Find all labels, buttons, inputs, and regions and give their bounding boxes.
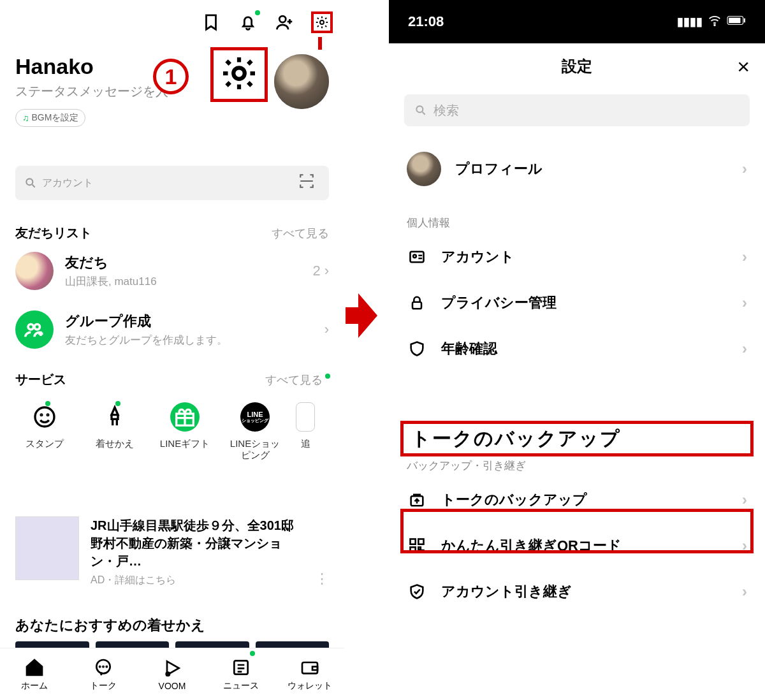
settings-gear-callout [210,47,268,102]
svg-point-1 [320,20,324,24]
ad-block[interactable]: JR山手線目黒駅徒歩９分、全301邸 野村不動産の新築・分譲マンション・戸… A… [15,516,329,587]
status-bar: 21:08 ▮▮▮▮ [389,0,765,43]
service-label: LINEギフト [156,438,214,450]
service-label: スタンプ [15,438,74,450]
settings-account-row[interactable]: アカウント › [389,234,765,280]
brush-icon [100,402,129,432]
service-stamp[interactable]: スタンプ [15,402,74,461]
row-label: 年齢確認 [441,339,497,358]
chat-icon [93,657,113,678]
svg-point-8 [47,414,48,416]
svg-point-0 [279,16,286,22]
settings-profile-row[interactable]: プロフィール › [389,139,765,199]
svg-point-11 [99,666,100,667]
svg-point-13 [106,666,107,667]
service-theme[interactable]: 着せかえ [85,402,144,461]
tab-label: VOOM [159,681,186,691]
line-shopping-icon: LINEショッピング [240,402,270,432]
settings-age-row[interactable]: 年齢確認 › [389,326,765,372]
friends-row[interactable]: 友だち 山田課長, matu116 2› [15,242,329,300]
settings-header: 設定 × [389,43,765,89]
settings-qr-transfer-row[interactable]: かんたん引き継ぎQRコード › [389,523,765,569]
home-icon [24,657,45,678]
friends-count: 2 [312,263,320,279]
close-icon[interactable]: × [737,54,750,79]
service-shopping[interactable]: LINEショッピング LINEショッピング [226,402,284,461]
settings-search-placeholder: 検索 [433,102,459,119]
chevron-right-icon: › [742,248,747,266]
tab-wallet[interactable]: ウォレット [275,648,344,700]
play-icon [162,658,182,678]
friends-section: 友だちリスト すべて見る 友だち 山田課長, matu116 2› グループ作成… [15,224,329,359]
settings-search[interactable]: 検索 [404,94,750,126]
svg-point-5 [34,324,40,330]
tab-label: ニュース [223,680,259,692]
services-see-all[interactable]: すべて見る [265,372,329,388]
row-label: かんたん引き継ぎQRコード [441,536,622,555]
tab-label: ホーム [21,680,48,692]
tab-news[interactable]: ニュース [207,648,275,700]
profile-avatar[interactable] [274,54,329,109]
bgm-badge[interactable]: ♫ BGMを設定 [15,109,85,127]
row-label: プライバシー管理 [441,293,557,312]
service-more[interactable]: 追 [296,402,315,461]
chevron-right-icon: › [742,583,747,601]
home-search[interactable]: アカウント [15,166,329,200]
ad-more-icon[interactable]: ⋮ [315,571,329,587]
search-icon [24,177,37,189]
services-section-title: サービス [15,371,66,388]
home-screen: 1 Hanako ステータスメッセージを入 ♫ BGMを設定 アカウント [0,0,344,700]
avatar-icon [407,152,441,186]
row-label: プロフィール [455,159,543,179]
ad-thumbnail [15,516,79,580]
services-section: サービス すべて見る スタンプ 着せかえ LINEギフト LINEショッピング [15,371,329,461]
settings-talk-backup-row[interactable]: トークのバックアップ › [389,477,765,523]
tab-label: トーク [90,680,117,692]
qr-scan-icon[interactable] [298,173,320,193]
recommend-strip[interactable] [15,641,329,648]
svg-rect-16 [302,662,317,673]
friends-see-all[interactable]: すべて見る [272,226,329,241]
ad-line2: 野村不動産の新築・分譲マンション・戸… [91,534,303,570]
row-label: アカウント [441,247,514,266]
bookmark-icon[interactable] [200,11,222,33]
callout-2-text: トークのバックアップ [411,426,621,452]
svg-rect-29 [411,547,416,552]
wallet-icon [300,657,320,678]
shield-icon [407,339,427,359]
wifi-icon [708,13,722,31]
settings-privacy-row[interactable]: プライバシー管理 › [389,280,765,326]
battery-icon [727,15,746,29]
chevron-right-icon: › [742,340,747,358]
svg-point-6 [35,407,54,427]
tab-voom[interactable]: VOOM [138,648,207,700]
settings-account-transfer-row[interactable]: アカウント引き継ぎ › [389,569,765,615]
svg-rect-27 [411,539,416,544]
service-gift[interactable]: LINEギフト [156,402,214,461]
settings-gear-icon[interactable] [311,11,333,33]
chevron-right-icon: › [324,263,329,279]
friends-avatar-icon [15,252,54,290]
shield-check-icon [407,581,427,602]
tab-talk[interactable]: トーク [69,648,138,700]
tab-label: ウォレット [288,680,332,692]
backup-icon [407,490,427,510]
search-icon [414,104,427,117]
svg-point-2 [233,68,245,79]
id-card-icon [407,247,427,267]
svg-rect-20 [729,17,740,23]
placeholder-icon [296,402,315,432]
tab-home[interactable]: ホーム [0,648,69,700]
svg-rect-28 [418,539,423,544]
step-1-badge: 1 [153,59,189,94]
svg-rect-25 [412,302,421,309]
svg-point-4 [28,324,34,330]
create-group-row[interactable]: グループ作成 友だちとグループを作成します。 › [15,300,329,359]
bell-icon[interactable] [237,11,259,33]
chevron-right-icon: › [324,321,329,338]
add-friend-icon[interactable] [274,11,296,33]
friends-section-title: 友だちリスト [15,224,92,242]
settings-screen: 21:08 ▮▮▮▮ 設定 × 検索 プロフィール › 個人情報 アカウント ›… [389,0,765,700]
service-label: LINEショッピング [226,438,284,461]
svg-rect-21 [744,18,745,22]
